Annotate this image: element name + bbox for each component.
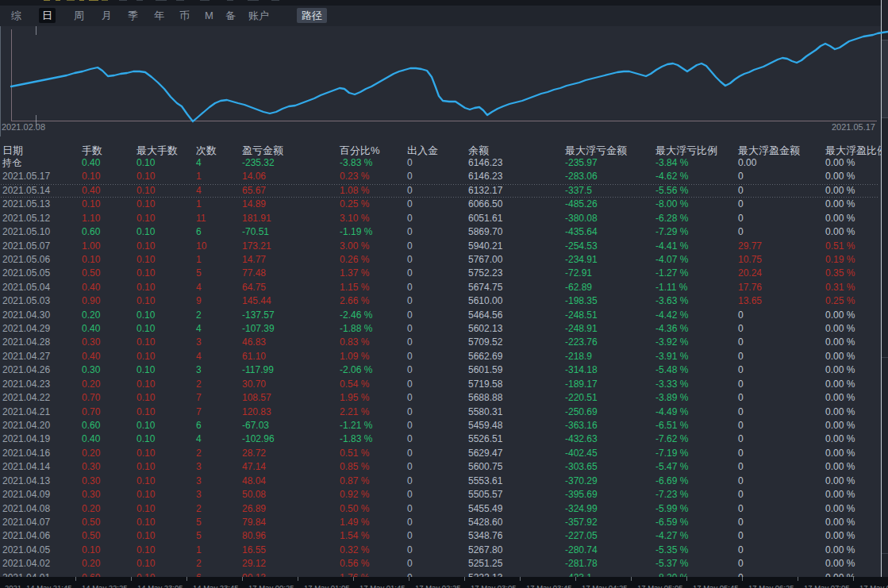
cell-cash: 0: [407, 461, 413, 473]
cell-maxfloatprofit: 0: [738, 475, 744, 487]
cell-maxfloatprofit: 0: [738, 226, 744, 238]
cell-4: 173.21: [242, 240, 271, 252]
cell-maxfloatloss-pct: -4.41 %: [655, 240, 688, 252]
timebar-label-14: 17 May 07:05: [804, 583, 850, 588]
cell-maxfloatloss-pct: -7.23 %: [655, 489, 688, 501]
cell-balance: 5752.23: [468, 267, 502, 279]
cell-3: 3: [196, 461, 202, 473]
cell-date: 2021.04.21: [2, 406, 50, 418]
chart-end-date: 2021.05.17: [832, 122, 875, 132]
timebar-label-5: 17 May 01:05: [304, 583, 350, 588]
cell-maxfloatloss: -283.06: [565, 171, 598, 183]
cell-3: 4: [196, 157, 202, 169]
cell-cash: 0: [407, 323, 413, 335]
cell-4: 79.84: [242, 517, 266, 528]
cell-maxfloatprofit-pct: 0.00 %: [825, 171, 855, 183]
cell-1: 0.40: [82, 157, 100, 169]
cell-1: 1.00: [82, 240, 100, 252]
cell-maxfloatprofit-pct: 0.00 %: [825, 323, 855, 335]
cell-cash: 0: [407, 254, 413, 266]
cell-maxfloatprofit-pct: 0.00 %: [825, 379, 855, 390]
cell-4: 14.77: [242, 254, 266, 266]
cell-maxfloatloss-pct: -7.19 %: [655, 448, 688, 459]
cell-cash: 0: [407, 558, 413, 570]
cell-3: 2: [196, 309, 202, 321]
cell-1: 0.10: [82, 171, 100, 183]
cell-2: 0.10: [136, 295, 155, 307]
cell-maxfloatprofit-pct: 0.00 %: [825, 213, 855, 225]
timebar-year: 2021: [5, 583, 21, 588]
cell-maxfloatloss-pct: -5.35 %: [655, 544, 688, 556]
cell-maxfloatloss: -218.9: [565, 351, 592, 363]
cell-1: 0.20: [82, 503, 100, 515]
cell-maxfloatprofit-pct: 0.00 %: [825, 475, 855, 487]
cell-cash: 0: [407, 171, 413, 183]
cell-date: 2021.04.27: [2, 351, 50, 363]
cell-3: 4: [196, 185, 202, 197]
cell-4: -67.03: [242, 420, 269, 432]
cell-maxfloatprofit: 0: [738, 392, 744, 404]
cell-cash: 0: [407, 503, 413, 515]
cell-balance: 5428.60: [468, 517, 502, 528]
cell-3: 7: [196, 392, 202, 404]
time-axis: 202114 May 21:4514 May 22:2514 May 23:05…: [0, 577, 888, 588]
cell-4: -235.32: [242, 157, 275, 169]
cell-date: 2021.04.20: [2, 420, 50, 432]
focused-row-outline-top: [1, 184, 879, 185]
cell-cash: 0: [407, 157, 413, 169]
cell-5: 0.56 %: [340, 558, 369, 570]
cell-2: 0.10: [136, 558, 155, 570]
cell-maxfloatprofit: 0.00: [738, 157, 756, 169]
cell-maxfloatprofit-pct: 0.00 %: [825, 336, 855, 348]
cell-2: 0.10: [136, 517, 155, 528]
cell-maxfloatprofit-pct: 0.00 %: [825, 364, 855, 376]
cell-maxfloatloss-pct: -1.27 %: [655, 267, 688, 279]
cell-5: 0.26 %: [340, 254, 369, 266]
cell-3: 2: [196, 558, 202, 570]
cell-maxfloatprofit-pct: 0.00 %: [825, 503, 855, 515]
timebar-label-0: 14 May 21:45: [26, 583, 72, 588]
cell-maxfloatprofit: 0: [738, 185, 744, 197]
cell-5: 0.51 %: [340, 448, 369, 459]
timebar-label-3: 14 May 23:45: [193, 583, 239, 588]
timebar-label-6: 17 May 01:45: [359, 583, 406, 588]
cell-balance: 6051.61: [468, 213, 502, 225]
cell-maxfloatprofit-pct: 0.00 %: [825, 489, 855, 501]
cell-balance: 6146.23: [468, 171, 502, 183]
cell-maxfloatloss: -281.78: [565, 558, 598, 570]
cell-balance: 6146.23: [468, 157, 502, 169]
cell-4: 46.83: [242, 336, 266, 348]
cell-5: 3.10 %: [340, 213, 369, 225]
cell-4: 14.06: [242, 171, 266, 183]
cell-3: 7: [196, 406, 202, 418]
cell-5: 1.49 %: [340, 517, 369, 528]
cell-date: 2021.04.05: [2, 544, 50, 556]
cell-2: 0.10: [136, 213, 155, 225]
cell-5: -2.46 %: [340, 309, 372, 321]
cell-1: 1.10: [82, 213, 100, 225]
cell-balance: 5601.59: [468, 364, 502, 376]
cell-maxfloatprofit: 0: [738, 558, 744, 570]
timebar-label-7: 17 May 02:25: [415, 583, 461, 588]
cell-cash: 0: [407, 530, 413, 542]
cell-maxfloatloss: -248.51: [565, 309, 598, 321]
col-header-4: 盈亏金额: [242, 144, 283, 156]
cell-balance: 5459.48: [468, 420, 502, 432]
cell-2: 0.10: [136, 433, 155, 445]
cell-1: 0.70: [82, 392, 100, 404]
cell-maxfloatloss: -62.89: [565, 282, 592, 294]
cell-5: 0.92 %: [340, 489, 369, 501]
cell-maxfloatloss: -303.65: [565, 461, 598, 473]
cell-5: -1.21 %: [340, 420, 372, 432]
cell-1: 0.60: [82, 420, 100, 432]
cell-cash: 0: [407, 420, 413, 432]
cell-date: 2021.04.07: [2, 517, 50, 528]
cell-maxfloatprofit: 0: [738, 461, 744, 473]
cell-maxfloatloss: -227.05: [565, 530, 598, 542]
cell-maxfloatprofit-pct: 0.00 %: [825, 392, 855, 404]
timebar-label-1: 14 May 22:25: [82, 583, 128, 588]
cell-maxfloatloss: -235.97: [565, 157, 598, 169]
cell-date: 2021.05.06: [2, 254, 50, 266]
cell-cash: 0: [407, 448, 413, 459]
cell-1: 0.30: [82, 475, 100, 487]
